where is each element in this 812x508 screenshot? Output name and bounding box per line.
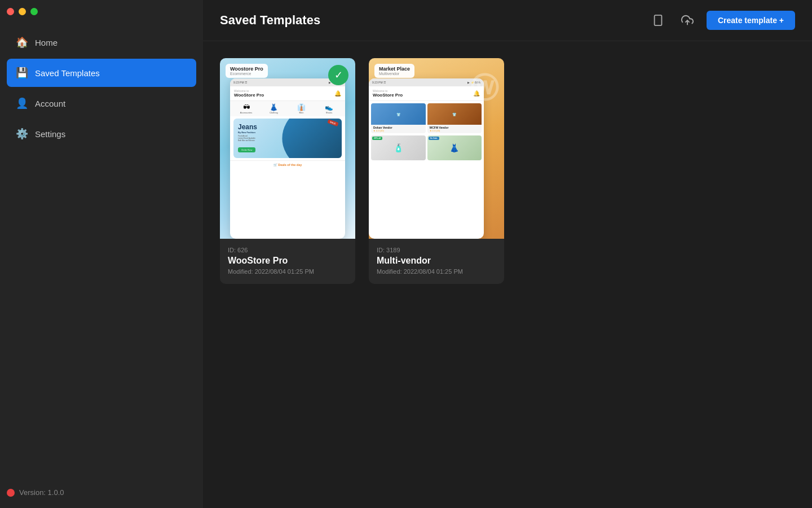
card-info-multivendor: ID: 3189 Multi-vendor Modified: 2022/08/… bbox=[369, 239, 504, 284]
upload-button[interactable] bbox=[677, 10, 698, 30]
phone-mockup-marketplace: 9:23 PM ☰▶ ⚡ 66% Welcome to WooStore Pro… bbox=[369, 78, 484, 239]
woostore-label-title: Woostore Pro bbox=[230, 66, 263, 72]
product-card-2: 👗 On Sale bbox=[427, 135, 482, 160]
sidebar-item-label: Home bbox=[35, 38, 58, 47]
phone-status-bar: 9:23 PM ☰▶ ⚡ 66% bbox=[230, 78, 345, 86]
create-template-button[interactable]: Create template + bbox=[707, 11, 795, 30]
mp-products-row: 🧴 29% off 👗 On Sale bbox=[369, 135, 484, 163]
marketplace-preview: ⓦ Market Place Multivendor 9:23 PM ☰▶ ⚡ … bbox=[369, 58, 504, 239]
template-card-multivendor[interactable]: ⓦ Market Place Multivendor 9:23 PM ☰▶ ⚡ … bbox=[369, 58, 504, 284]
sale-badge: On Sale bbox=[429, 137, 439, 140]
page-title: Saved Templates bbox=[220, 13, 320, 28]
sidebar-item-saved-templates[interactable]: 💾 Saved Templates bbox=[7, 59, 196, 87]
selected-checkmark: ✓ bbox=[328, 65, 348, 85]
vendor-info-dokan: Dokan Vendor ★ 4.3 (10) bbox=[371, 125, 426, 133]
template-card-woostore[interactable]: Woostore Pro Ecommerce ✓ 9:23 PM ☰▶ ⚡ 66… bbox=[220, 58, 355, 284]
vendor-card-wcfm: 👕 WCFM Vendor ★ 4.3 (10) bbox=[427, 103, 482, 133]
save-icon: 💾 bbox=[16, 67, 28, 79]
deals-bar: 🛒 Deals of the day bbox=[230, 160, 345, 169]
gear-icon: ⚙️ bbox=[16, 128, 28, 140]
discount-badge: 29% off bbox=[372, 137, 382, 140]
card-thumbnail-woostore: Woostore Pro Ecommerce ✓ 9:23 PM ☰▶ ⚡ 66… bbox=[220, 58, 355, 239]
sidebar-nav: 🏠 Home 💾 Saved Templates 👤 Account ⚙️ Se… bbox=[0, 23, 203, 154]
version-label: Version: 1.0.0 bbox=[19, 488, 64, 497]
main-content: Saved Templates Create template + bbox=[203, 0, 812, 508]
templates-grid: Woostore Pro Ecommerce ✓ 9:23 PM ☰▶ ⚡ 66… bbox=[203, 41, 812, 301]
woostore-label: Woostore Pro Ecommerce bbox=[226, 64, 268, 78]
minimize-button[interactable] bbox=[19, 8, 26, 15]
main-header: Saved Templates Create template + bbox=[203, 0, 812, 41]
card-info-woostore: ID: 626 WooStore Pro Modified: 2022/08/0… bbox=[220, 239, 355, 284]
vendor-info-wcfm: WCFM Vendor ★ 4.3 (10) bbox=[427, 125, 482, 133]
sidebar-item-account[interactable]: 👤 Account bbox=[7, 89, 196, 117]
product-card-1: 🧴 29% off bbox=[371, 135, 426, 160]
user-icon: 👤 bbox=[16, 97, 28, 110]
marketplace-label: Market Place Multivendor bbox=[374, 64, 414, 78]
version-info: Version: 1.0.0 bbox=[7, 488, 64, 497]
home-icon: 🏠 bbox=[16, 36, 28, 49]
mp-vendors-grid: 👕 Dokan Vendor ★ 4.3 (10) 👕 WCFM bbox=[369, 101, 484, 135]
update-indicator bbox=[7, 489, 15, 497]
woostore-label-sub: Ecommerce bbox=[230, 72, 263, 76]
sidebar-item-settings[interactable]: ⚙️ Settings bbox=[7, 120, 196, 148]
sidebar-item-label: Account bbox=[35, 99, 65, 108]
card-modified: Modified: 2022/08/04 01:25 PM bbox=[377, 268, 496, 275]
card-id: ID: 3189 bbox=[377, 247, 496, 253]
card-thumbnail-multivendor: ⓦ Market Place Multivendor 9:23 PM ☰▶ ⚡ … bbox=[369, 58, 504, 239]
mp-nav-bar: Welcome to WooStore Pro 🔔 bbox=[369, 86, 484, 101]
maximize-button[interactable] bbox=[30, 8, 38, 15]
close-button[interactable] bbox=[7, 8, 14, 15]
sidebar-item-label: Settings bbox=[35, 129, 65, 139]
mobile-preview-button[interactable] bbox=[648, 10, 668, 30]
sidebar-item-home[interactable]: 🏠 Home bbox=[7, 28, 196, 56]
sidebar-item-label: Saved Templates bbox=[35, 68, 100, 78]
card-name: Multi-vendor bbox=[377, 256, 496, 266]
marketplace-label-sub: Multivendor bbox=[379, 72, 410, 76]
woostore-preview: Woostore Pro Ecommerce ✓ 9:23 PM ☰▶ ⚡ 66… bbox=[220, 58, 355, 239]
vendor-card-dokan: 👕 Dokan Vendor ★ 4.3 (10) bbox=[371, 103, 426, 133]
card-name: WooStore Pro bbox=[228, 256, 347, 266]
vendor-img-dokan: 👕 bbox=[371, 103, 426, 125]
wp-watermark: ⓦ bbox=[470, 69, 498, 107]
phone-nav-bar: Welcome to WooStore Pro 🔔 bbox=[230, 86, 345, 101]
header-actions: Create template + bbox=[648, 10, 795, 30]
phone-mockup-woostore: 9:23 PM ☰▶ ⚡ 66% Welcome to WooStore Pro… bbox=[230, 78, 345, 239]
titlebar bbox=[0, 0, 203, 23]
mp-status-bar: 9:23 PM ☰▶ ⚡ 66% bbox=[369, 78, 484, 86]
marketplace-label-title: Market Place bbox=[379, 66, 410, 72]
phone-categories: 🕶 Accessories 👗 Clothing 👔 Men bbox=[230, 101, 345, 116]
phone-banner: Jeans By New Fashion Fresh ArrivalLimite… bbox=[233, 119, 342, 158]
card-modified: Modified: 2022/08/04 01:25 PM bbox=[228, 268, 347, 275]
sidebar: 🏠 Home 💾 Saved Templates 👤 Account ⚙️ Se… bbox=[0, 0, 203, 508]
card-id: ID: 626 bbox=[228, 247, 347, 253]
